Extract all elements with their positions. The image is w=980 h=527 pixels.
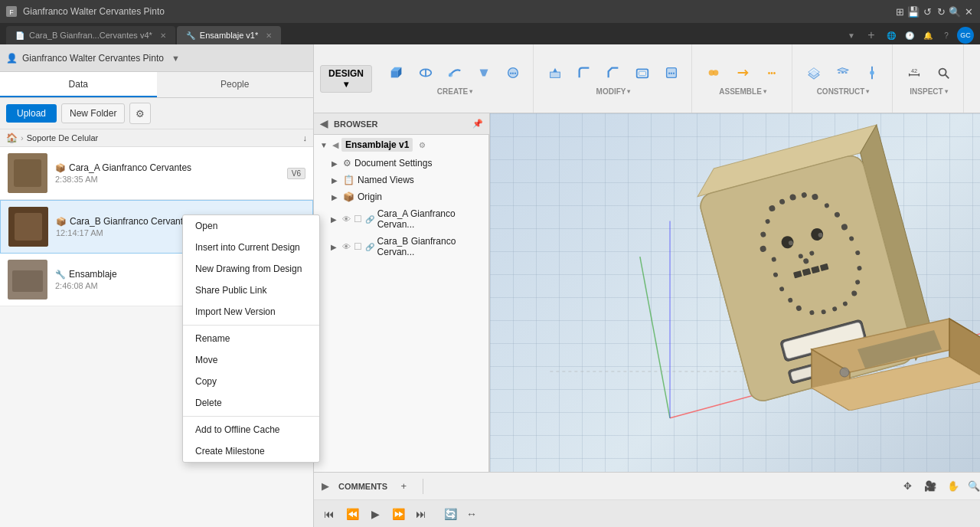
cara-a-expand[interactable]: ▶ xyxy=(329,214,339,224)
tool-shell[interactable] xyxy=(629,61,656,84)
tool-sweep[interactable] xyxy=(441,61,469,84)
named-views-expand[interactable]: ▶ xyxy=(329,175,340,185)
browser-bar: ◀ BROWSER 📌 xyxy=(314,113,489,135)
tool-offset-plane[interactable] xyxy=(800,61,828,84)
context-share[interactable]: Share Public Link xyxy=(183,280,319,301)
save-button[interactable]: 💾 xyxy=(908,6,919,17)
assemble-group-label[interactable]: ASSEMBLE ▾ xyxy=(719,87,766,96)
origin-expand[interactable]: ▶ xyxy=(329,191,340,202)
modify-group-label[interactable]: MODIFY ▾ xyxy=(596,87,631,96)
create-group-label[interactable]: CREATE ▾ xyxy=(437,87,472,96)
browser-doc-settings[interactable]: ▶ ⚙ Document Settings xyxy=(314,155,488,172)
inspect-group-label[interactable]: INSPECT ▾ xyxy=(910,87,947,96)
undo-button[interactable]: ↺ xyxy=(922,6,933,17)
comments-add-button[interactable]: + xyxy=(394,476,413,496)
context-import[interactable]: Import New Version xyxy=(183,301,319,322)
context-open[interactable]: Open xyxy=(183,215,319,237)
viewport-3d[interactable]: FRONT RIGHT xyxy=(490,113,980,472)
breadcrumb-action[interactable]: ↓ xyxy=(303,133,308,142)
browser-named-views[interactable]: ▶ 📋 Named Views xyxy=(314,172,488,188)
tab-cara-b[interactable]: 📄 Cara_B Gianfran...Cervantes v4* ✕ xyxy=(6,26,175,44)
svg-point-31 xyxy=(870,70,874,74)
cara-a-visibility[interactable]: 👁 xyxy=(342,214,351,224)
design-button[interactable]: DESIGN ▾ xyxy=(320,65,372,93)
tab-data[interactable]: Data xyxy=(0,72,157,97)
context-new-drawing[interactable]: New Drawing from Design xyxy=(183,258,319,280)
browser-origin[interactable]: ▶ 📦 Origin xyxy=(314,188,488,205)
tab-nav-clock[interactable]: 🕐 xyxy=(902,28,917,43)
inspect-tools-row: 42 xyxy=(900,61,957,84)
tool-inspect-more[interactable] xyxy=(929,61,957,84)
tool-chamfer[interactable] xyxy=(599,61,627,84)
browser-root[interactable]: ▼ ◀ Ensamblaje v1 ⚙ xyxy=(314,135,488,155)
browser-cara-b[interactable]: ▶ 👁 ☐ 🔗 Cara_B Gianfranco Cervan... xyxy=(314,233,488,260)
transport-prev[interactable]: ⏪ xyxy=(343,505,361,523)
comments-collapse[interactable]: ▶ xyxy=(322,480,329,492)
root-expand[interactable]: ▼ xyxy=(318,139,329,150)
doc-expand[interactable]: ▶ xyxy=(329,158,340,169)
context-delete[interactable]: Delete xyxy=(183,392,319,414)
search-button[interactable]: 🔍 xyxy=(949,6,960,17)
transport-end[interactable]: ⏭ xyxy=(412,505,430,523)
cara-b-expand[interactable]: ▶ xyxy=(329,241,339,252)
cara-b-link[interactable]: 🔗 xyxy=(365,243,374,251)
construct-group-label[interactable]: CONSTRUCT ▾ xyxy=(817,87,870,96)
tool-zoom-button[interactable]: 🔍+ xyxy=(966,476,980,496)
file-item-cara-a[interactable]: 📦 Cara_A Gianfranco Cervantes 2:38:35 AM… xyxy=(0,147,313,200)
context-rename[interactable]: Rename xyxy=(183,328,319,349)
tool-midplane[interactable] xyxy=(829,61,857,84)
apps-button[interactable]: ⊞ xyxy=(894,6,905,17)
tool-extrude[interactable] xyxy=(383,61,410,84)
breadcrumb-home[interactable]: 🏠 xyxy=(6,133,18,143)
context-offline[interactable]: Add to Offline Cache xyxy=(183,419,319,440)
context-insert[interactable]: Insert into Current Design xyxy=(183,237,319,258)
tab-nav-help[interactable]: ? xyxy=(939,28,954,43)
tool-pan-button[interactable]: ✋ xyxy=(943,476,963,496)
tool-measure[interactable]: 42 xyxy=(900,61,928,84)
browser-cara-a[interactable]: ▶ 👁 ☐ 🔗 Cara_A Gianfranco Cervan... xyxy=(314,205,488,233)
tool-modify-more[interactable]: ••• xyxy=(658,61,685,84)
tab-nav-bell[interactable]: 🔔 xyxy=(920,28,936,43)
tool-loft[interactable] xyxy=(470,61,498,84)
tool-create-more[interactable]: ••• xyxy=(499,61,527,84)
cara-b-visibility[interactable]: 👁 xyxy=(342,242,351,251)
transport-play[interactable]: ▶ xyxy=(366,505,384,523)
tool-assemble-more[interactable]: ••• xyxy=(758,61,786,84)
tool-move-button[interactable]: ✥ xyxy=(897,476,917,496)
transport-start[interactable]: ⏮ xyxy=(320,505,338,523)
tab-cara-b-close[interactable]: ✕ xyxy=(160,31,166,40)
tab-people[interactable]: People xyxy=(157,72,314,97)
upload-button[interactable]: Upload xyxy=(6,104,57,123)
tab-nav-browser[interactable]: 🌐 xyxy=(884,28,899,43)
tab-nav-user[interactable]: GC xyxy=(957,27,974,44)
tool-axis[interactable] xyxy=(858,61,886,84)
folder-settings-button[interactable]: ⚙ xyxy=(129,103,151,124)
anim-loop[interactable]: 🔄 xyxy=(441,505,459,523)
tab-overflow-button[interactable]: ▼ xyxy=(844,28,859,43)
tab-add-button[interactable]: + xyxy=(862,26,880,44)
tool-insert-mesh[interactable]: ↓ xyxy=(972,61,980,84)
transport-next[interactable]: ⏩ xyxy=(389,505,407,523)
context-copy[interactable]: Copy xyxy=(183,371,319,392)
tool-joint[interactable] xyxy=(700,61,727,84)
left-panel: 👤 Gianfranco Walter Cervantes Pinto ▼ Da… xyxy=(0,44,314,527)
new-folder-button[interactable]: New Folder xyxy=(61,103,125,123)
file-version-cara-a[interactable]: V6 xyxy=(287,168,305,179)
browser-collapse[interactable]: ◀ xyxy=(320,118,328,129)
browser-pin[interactable]: 📌 xyxy=(472,119,483,129)
redo-button[interactable]: ↻ xyxy=(936,6,946,17)
tool-motion[interactable] xyxy=(729,61,756,84)
tab-ensamblaje-close[interactable]: ✕ xyxy=(266,31,272,40)
root-settings-icon[interactable]: ⚙ xyxy=(419,141,426,149)
anim-bounce[interactable]: ↔ xyxy=(462,505,481,523)
context-milestone[interactable]: Create Milestone xyxy=(183,440,319,462)
tool-fillet[interactable] xyxy=(570,61,598,84)
cara-a-link[interactable]: 🔗 xyxy=(365,215,374,224)
close-button[interactable]: ✕ xyxy=(963,6,974,17)
tool-press-pull[interactable] xyxy=(541,61,569,84)
tab-ensamblaje[interactable]: 🔧 Ensamblaje v1* ✕ xyxy=(177,26,281,44)
tool-camera-button[interactable]: 🎥 xyxy=(920,476,940,496)
root-label: Ensamblaje v1 xyxy=(341,138,413,152)
tool-revolve[interactable] xyxy=(412,61,439,84)
context-move[interactable]: Move xyxy=(183,349,319,371)
